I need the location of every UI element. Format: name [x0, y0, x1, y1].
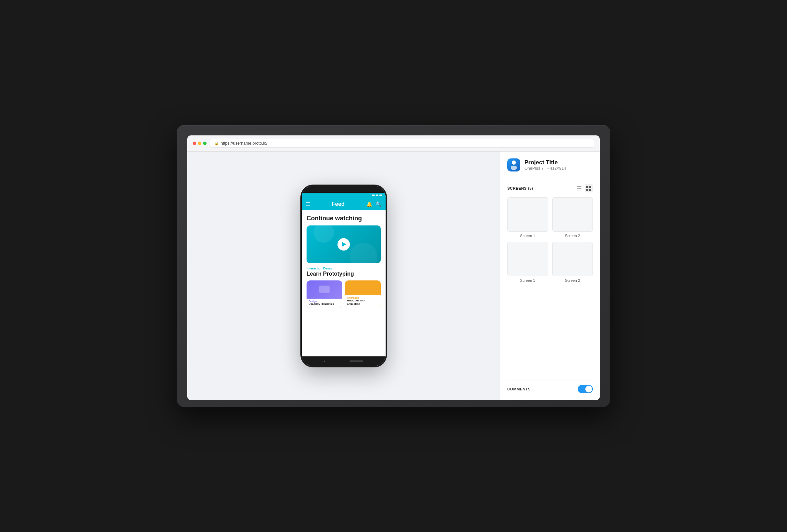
svg-rect-4 — [589, 186, 591, 188]
screen-thumbnail-4 — [552, 242, 593, 276]
card-animation[interactable]: Animation Rock out with animation — [345, 280, 381, 308]
project-icon-shape — [511, 160, 517, 170]
screen-label-4: Screen 2 — [552, 278, 593, 282]
screen-thumbnail-2 — [552, 197, 593, 232]
view-toggle — [575, 184, 593, 192]
video-category-label: Interaction Design — [307, 267, 381, 270]
video-title: Learn Prototyping — [307, 271, 381, 277]
icon-circle-top — [512, 160, 516, 165]
battery-icon — [379, 195, 382, 196]
screen-item[interactable]: Screen 2 — [552, 242, 593, 282]
sidebar: Project Title OnePlus 7T • 412×914 SCREE… — [500, 152, 600, 400]
card-design[interactable]: Design Usability Heuristics — [307, 280, 342, 308]
svg-rect-3 — [586, 186, 588, 188]
app-bar-title: Feed — [332, 201, 344, 207]
video-thumbnail[interactable] — [307, 225, 381, 263]
card-design-category: Design — [309, 300, 340, 302]
svg-rect-2 — [577, 190, 581, 190]
screen-item[interactable]: Screen 1 — [507, 242, 548, 282]
lock-icon: 🔒 — [214, 142, 219, 145]
project-title: Project Title — [524, 159, 566, 166]
phone-inner: Feed 🔔 🔍 Continue watching — [302, 186, 386, 366]
screen-label-3: Screen 1 — [507, 278, 548, 282]
card-grid: Design Usability Heuristics Animation Ro… — [307, 280, 381, 308]
screens-title: SCREENS (5) — [507, 186, 533, 190]
minimize-dot[interactable] — [198, 142, 201, 145]
continue-watching-title: Continue watching — [307, 215, 381, 222]
grid-view-button[interactable] — [585, 184, 593, 192]
phone-notch — [340, 186, 347, 190]
status-icons — [372, 195, 382, 196]
screen-label-1: Screen 1 — [507, 234, 548, 238]
play-button[interactable] — [337, 238, 350, 251]
svg-rect-0 — [577, 186, 581, 187]
screen-item[interactable]: Screen 1 — [507, 197, 548, 238]
svg-rect-5 — [586, 189, 588, 191]
app-bar-icons: 🔔 🔍 — [366, 201, 381, 207]
laptop-frame: 🔒 https://username.proto.io/ — [177, 125, 610, 407]
list-view-button[interactable] — [575, 184, 583, 192]
signal-icon — [372, 195, 375, 196]
screen-thumbnail-1 — [507, 197, 548, 232]
screen-item[interactable]: Screen 2 — [552, 197, 593, 238]
card-animation-info: Animation Rock out with animation — [345, 295, 381, 308]
screens-grid: Screen 1 Screen 2 Screen 1 Screen 2 — [507, 197, 593, 282]
main-area: Feed 🔔 🔍 Continue watching — [187, 152, 500, 400]
project-device: OnePlus 7T • 412×914 — [524, 166, 566, 171]
project-header: Project Title OnePlus 7T • 412×914 — [507, 158, 593, 177]
phone-app-bar: Feed 🔔 🔍 — [302, 198, 386, 210]
notification-icon[interactable]: 🔔 — [366, 201, 372, 207]
svg-rect-6 — [589, 189, 591, 191]
card-design-icon — [319, 286, 330, 293]
card-design-title: Usability Heuristics — [309, 302, 340, 306]
play-triangle-icon — [342, 242, 346, 247]
card-animation-thumbnail — [345, 280, 381, 296]
hamburger-icon[interactable] — [306, 202, 310, 206]
project-icon — [507, 158, 520, 171]
phone-frame: Feed 🔔 🔍 Continue watching — [301, 185, 387, 367]
home-indicator[interactable] — [350, 361, 363, 362]
comments-toggle[interactable] — [578, 385, 593, 393]
screen-label-2: Screen 2 — [552, 234, 593, 238]
card-animation-title: Rock out with animation — [347, 299, 379, 306]
url-text: https://username.proto.io/ — [221, 141, 267, 146]
project-info: Project Title OnePlus 7T • 412×914 — [524, 159, 566, 171]
phone-notch-area — [302, 186, 386, 193]
comments-label: COMMENTS — [507, 387, 531, 391]
phone-nav-bar: ‹ — [302, 356, 386, 366]
close-dot[interactable] — [193, 142, 196, 145]
fullscreen-dot[interactable] — [203, 142, 207, 145]
browser-dots — [193, 142, 207, 145]
browser-content: Feed 🔔 🔍 Continue watching — [187, 152, 600, 400]
toggle-knob — [585, 386, 592, 392]
search-icon[interactable]: 🔍 — [376, 201, 381, 207]
comments-section: COMMENTS — [507, 379, 593, 393]
screen-thumbnail-3 — [507, 242, 548, 276]
card-animation-category: Animation — [347, 297, 379, 299]
card-design-thumbnail — [307, 280, 342, 299]
phone-scroll-content: Continue watching Interaction Design Lea… — [302, 210, 386, 356]
screens-header: SCREENS (5) — [507, 184, 593, 192]
browser-chrome: 🔒 https://username.proto.io/ — [187, 135, 600, 152]
card-design-info: Design Usability Heuristics — [307, 299, 342, 308]
icon-circle-bottom — [511, 166, 517, 170]
screens-section: SCREENS (5) — [507, 184, 593, 372]
svg-rect-1 — [577, 188, 581, 189]
phone-status-bar — [302, 193, 386, 198]
address-bar[interactable]: 🔒 https://username.proto.io/ — [210, 139, 594, 148]
wifi-icon — [376, 195, 378, 196]
back-arrow-icon[interactable]: ‹ — [324, 359, 325, 363]
